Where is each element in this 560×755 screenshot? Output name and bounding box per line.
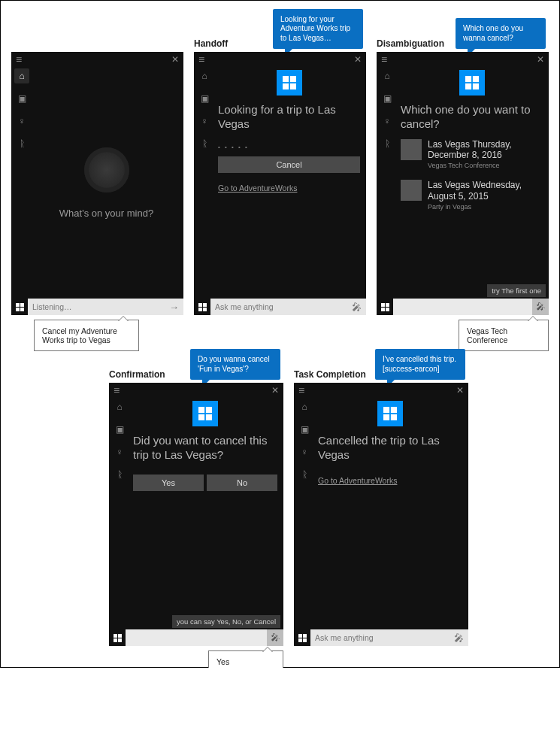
mic-icon[interactable]: 🎤︎ [454, 632, 464, 644]
list-item[interactable]: Las Vegas Thursday, December 8, 2016 Veg… [401, 139, 543, 170]
windows-start-icon[interactable] [377, 299, 393, 315]
col-confirm: Confirmation Do you wanna cancel 'Fun in… [109, 345, 283, 646]
search-input[interactable] [126, 629, 267, 646]
svg-rect-26 [114, 638, 117, 642]
svg-rect-24 [114, 634, 117, 638]
svg-rect-12 [465, 76, 471, 82]
row-1: ≡ ✕ ⌂ ▣ ♀ ᚱ What's on your mind? [11, 14, 549, 315]
close-icon[interactable]: ✕ [537, 54, 544, 65]
section-title: Handoff [194, 32, 228, 52]
user-utterance-callout: Vegas Tech Conference [459, 320, 549, 351]
panel-heading: Looking for a trip to Las Vegas [218, 103, 360, 132]
svg-rect-34 [298, 638, 302, 642]
panel-complete: ≡ ✕ ⌂ ▣ ♀ ᚱ Cancelled the trip to Las [294, 383, 468, 646]
close-icon[interactable]: ✕ [171, 54, 179, 65]
svg-rect-19 [386, 308, 389, 311]
arrow-icon[interactable]: → [169, 302, 179, 313]
app-tile-icon [277, 70, 302, 96]
section-title: Confirmation [109, 363, 165, 383]
bulb-icon[interactable]: ♀ [197, 114, 212, 129]
hamburger-icon[interactable]: ≡ [298, 384, 304, 396]
svg-rect-16 [381, 303, 385, 307]
bulb-icon[interactable]: ♀ [14, 114, 29, 129]
search-input[interactable]: Ask me anything 🎤︎ [310, 629, 468, 646]
col-initial: ≡ ✕ ⌂ ▣ ♀ ᚱ What's on your mind? [11, 14, 183, 315]
app-tile-icon [192, 401, 218, 426]
svg-rect-21 [206, 407, 212, 413]
svg-rect-14 [465, 83, 471, 89]
app-tile-icon [377, 401, 403, 426]
close-icon[interactable]: ✕ [271, 385, 279, 396]
hamburger-icon[interactable]: ≡ [16, 53, 21, 65]
svg-rect-15 [472, 83, 478, 89]
notebook-icon[interactable]: ▣ [14, 91, 29, 106]
notebook-icon[interactable]: ▣ [197, 91, 212, 106]
mic-icon[interactable]: 🎤︎ [352, 302, 362, 313]
app-link[interactable]: Go to AdventureWorks [218, 183, 360, 193]
notebook-icon[interactable]: ▣ [380, 91, 395, 106]
search-input[interactable]: Listening… → [28, 299, 183, 315]
thumbnail-icon [401, 139, 422, 160]
flag-icon[interactable]: ᚱ [197, 136, 212, 151]
svg-rect-29 [391, 407, 397, 413]
svg-rect-3 [20, 308, 24, 311]
svg-rect-5 [289, 76, 295, 82]
cancel-button[interactable]: Cancel [218, 156, 360, 173]
svg-rect-0 [16, 303, 20, 307]
windows-start-icon[interactable] [11, 299, 28, 315]
svg-rect-13 [472, 76, 478, 82]
hamburger-icon[interactable]: ≡ [114, 384, 119, 396]
hamburger-icon[interactable]: ≡ [381, 53, 386, 65]
svg-rect-7 [289, 83, 295, 89]
close-icon[interactable]: ✕ [354, 54, 362, 65]
panel-disambig: ≡ ✕ ⌂ ▣ ♀ ᚱ Which one do you want to c [377, 52, 549, 315]
bulb-icon[interactable]: ♀ [297, 444, 312, 459]
home-icon[interactable]: ⌂ [112, 399, 127, 414]
bulb-icon[interactable]: ♀ [380, 114, 395, 129]
user-utterance-callout: Yes [208, 650, 283, 668]
svg-rect-4 [283, 76, 289, 82]
svg-rect-31 [391, 414, 397, 420]
windows-start-icon[interactable] [194, 299, 210, 315]
bulb-icon[interactable]: ♀ [112, 444, 127, 459]
flag-icon[interactable]: ᚱ [380, 136, 395, 151]
row-2: Confirmation Do you wanna cancel 'Fun in… [11, 345, 549, 646]
hamburger-icon[interactable]: ≡ [198, 53, 204, 65]
yes-button[interactable]: Yes [133, 475, 204, 491]
notebook-icon[interactable]: ▣ [297, 422, 312, 437]
svg-rect-9 [203, 303, 207, 307]
cortana-speech-bubble: Looking for your Adventure Works trip to… [273, 9, 363, 50]
flag-icon[interactable]: ᚱ [112, 467, 127, 482]
home-icon[interactable]: ⌂ [14, 68, 29, 83]
svg-rect-11 [203, 308, 207, 311]
flag-icon[interactable]: ᚱ [14, 136, 29, 151]
svg-rect-25 [118, 634, 122, 638]
notebook-icon[interactable]: ▣ [112, 422, 127, 437]
svg-rect-8 [198, 303, 202, 307]
no-button[interactable]: No [207, 475, 277, 491]
svg-rect-23 [206, 414, 212, 420]
svg-rect-28 [383, 407, 389, 413]
home-icon[interactable]: ⌂ [297, 399, 312, 414]
svg-rect-2 [16, 308, 20, 311]
app-link[interactable]: Go to AdventureWorks [318, 476, 462, 485]
thumbnail-icon [401, 180, 422, 201]
home-icon[interactable]: ⌂ [380, 68, 395, 83]
voice-hint: you can say Yes, No, or Cancel [172, 615, 280, 628]
svg-rect-6 [283, 83, 289, 89]
close-icon[interactable]: ✕ [456, 385, 464, 396]
cortana-speech-bubble: I've cancelled this trip. [success-earco… [375, 349, 465, 380]
app-tile-icon [459, 70, 485, 96]
home-icon[interactable]: ⌂ [197, 68, 212, 83]
svg-rect-22 [198, 414, 204, 420]
windows-start-icon[interactable] [294, 629, 310, 646]
col-handoff: Handoff Looking for your Adventure Works… [194, 14, 366, 315]
list-item[interactable]: Las Vegas Wednesday, August 5, 2015 Part… [401, 180, 543, 211]
search-input[interactable]: Ask me anything 🎤︎ [210, 299, 366, 315]
svg-rect-17 [386, 303, 389, 307]
windows-start-icon[interactable] [109, 629, 126, 646]
svg-rect-30 [383, 414, 389, 420]
svg-rect-1 [20, 303, 24, 307]
search-input[interactable] [393, 299, 532, 315]
flag-icon[interactable]: ᚱ [297, 467, 312, 482]
